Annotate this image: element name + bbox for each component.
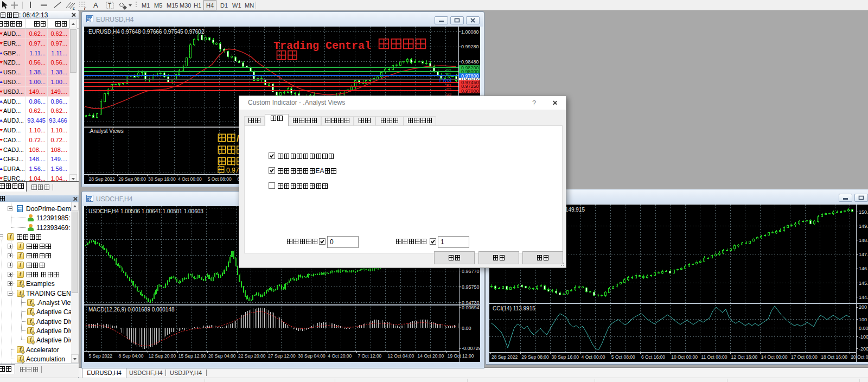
svg-text:10 Oct 00:00: 10 Oct 00:00: [671, 354, 698, 360]
svg-text:150.000: 150.000: [859, 209, 868, 215]
svg-text:0.97000: 0.97000: [461, 88, 479, 94]
svg-text:0.98480: 0.98480: [461, 59, 479, 65]
svg-text:12 Oct 16:00: 12 Oct 16:00: [731, 354, 758, 360]
svg-text:-0.007292: -0.007292: [462, 346, 480, 351]
svg-text:14 Oct 20:00: 14 Oct 20:00: [418, 353, 444, 359]
svg-text:28 Sep 2022: 28 Sep 2022: [492, 354, 518, 360]
svg-text:30 Sep 04:00: 30 Sep 04:00: [298, 353, 326, 359]
svg-text:200: 200: [859, 304, 867, 310]
svg-text:0.00: 0.00: [462, 326, 471, 331]
svg-text:A: A: [93, 1, 98, 9]
svg-text:USDCHF,H4 1.00506 1.00641 1.00: USDCHF,H4 1.00506 1.00641 1.00501 1.0060…: [88, 208, 203, 214]
svg-text:28 Sep 2022: 28 Sep 2022: [89, 176, 115, 182]
svg-text:100: 100: [859, 317, 867, 322]
svg-text:22 Sep 20:00: 22 Sep 20:00: [238, 353, 266, 359]
svg-text:R1: R1: [446, 72, 452, 77]
svg-text:12 Sep 20:00: 12 Sep 20:00: [149, 353, 176, 359]
svg-text:CCI(14) 113.9915: CCI(14) 113.9915: [493, 305, 535, 311]
svg-text:Trading Central: Trading Central: [273, 40, 371, 52]
svg-text:29 Sep 08:00: 29 Sep 08:00: [118, 176, 146, 182]
svg-text:4 Oct 20:00: 4 Oct 20:00: [328, 353, 352, 359]
svg-text:7 Oct 12:00: 7 Oct 12:00: [358, 353, 381, 359]
svg-text:6 Oct 16:00: 6 Oct 16:00: [641, 354, 665, 360]
svg-text:0.0000: 0.0000: [859, 326, 868, 331]
svg-text:M30: M30: [180, 2, 191, 9]
svg-text:147.000: 147.000: [859, 252, 868, 257]
svg-text:11 Oct 08:00: 11 Oct 08:00: [701, 354, 727, 360]
svg-text:M5: M5: [154, 2, 162, 9]
svg-text:30 Sep 16:00: 30 Sep 16:00: [551, 354, 579, 360]
svg-text:D1: D1: [220, 2, 228, 9]
svg-text:20 Oct 00: 20 Oct 00: [851, 354, 868, 360]
svg-text:14 Oct 00:00: 14 Oct 00:00: [761, 354, 788, 360]
svg-text:4 Oct 00:00: 4 Oct 00:00: [582, 354, 605, 360]
svg-text:5 Oct 08:00: 5 Oct 08:00: [208, 176, 232, 182]
svg-text:MN: MN: [245, 2, 254, 9]
svg-text:0.006941: 0.006941: [462, 305, 480, 310]
svg-text:0.97800: 0.97800: [461, 73, 479, 79]
svg-text:15 Sep 12:00: 15 Sep 12:00: [178, 353, 206, 359]
svg-text:149.000: 149.000: [859, 224, 868, 229]
svg-text:12 Oct 04:00: 12 Oct 04:00: [388, 353, 414, 359]
svg-text:5 Oct 08:00: 5 Oct 08:00: [611, 354, 635, 360]
svg-text:0.96770: 0.96770: [462, 269, 480, 274]
svg-text:30 Sep 16:00: 30 Sep 16:00: [148, 176, 176, 182]
svg-text:T: T: [108, 3, 111, 9]
svg-text:M1: M1: [142, 2, 150, 9]
svg-text:20 Sep 04:00: 20 Sep 04:00: [208, 353, 236, 359]
svg-text:27 Sep 12:00: 27 Sep 12:00: [268, 353, 296, 359]
svg-text:0.95750: 0.95750: [462, 284, 480, 290]
svg-text:M15: M15: [167, 2, 178, 9]
svg-text:146.000: 146.000: [859, 266, 868, 271]
svg-text:19 Oct 12:00: 19 Oct 12:00: [448, 353, 474, 359]
svg-text:H4: H4: [206, 2, 214, 9]
svg-text:.Analyst Views: .Analyst Views: [88, 128, 124, 134]
svg-text:-200: -200: [859, 346, 868, 352]
svg-text:8 Sep 04:00: 8 Sep 04:00: [119, 353, 144, 359]
svg-text:0.99280: 0.99280: [461, 44, 479, 49]
svg-text:5 Sep 2022: 5 Sep 2022: [89, 353, 113, 359]
svg-text:H1: H1: [194, 2, 201, 9]
svg-text:17 Oct 08:00: 17 Oct 08:00: [791, 354, 818, 360]
svg-text:W1: W1: [232, 2, 241, 9]
svg-text:-100: -100: [859, 334, 868, 340]
svg-text:18 Oct 16:00: 18 Oct 16:00: [821, 354, 847, 360]
svg-text:MACD(12,26,9) 0.001689 0.00014: MACD(12,26,9) 0.001689 0.000148: [88, 307, 175, 313]
svg-text:1.00080: 1.00080: [461, 29, 479, 35]
svg-text:148.000: 148.000: [859, 238, 868, 243]
svg-text:144.000: 144.000: [859, 295, 868, 300]
svg-text:145.000: 145.000: [859, 281, 868, 286]
svg-text:4 Oct 00:00: 4 Oct 00:00: [178, 176, 202, 182]
svg-text:29 Sep 08:00: 29 Sep 08:00: [521, 354, 549, 360]
svg-text:EURUSD,H4 0.97648 0.97666 0.97: EURUSD,H4 0.97648 0.97666 0.97545 0.9760…: [88, 29, 205, 35]
svg-text:Pivot: Pivot: [439, 77, 451, 83]
